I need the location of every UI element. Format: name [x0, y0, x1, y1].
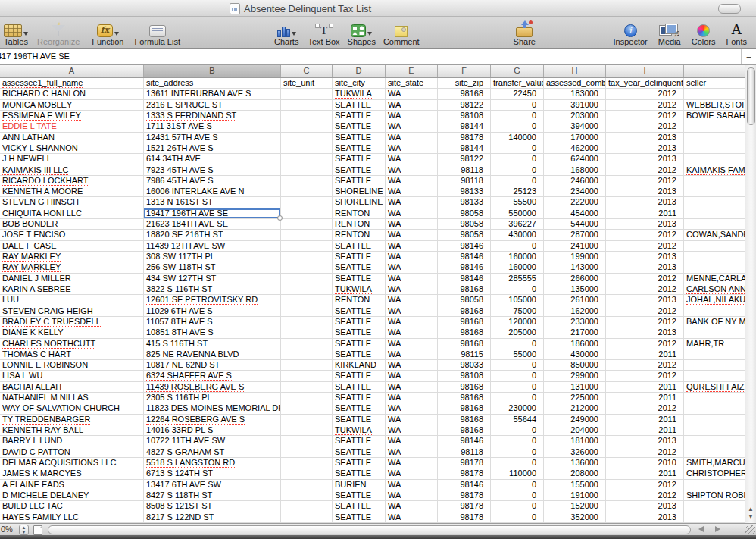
- cell[interactable]: 98178: [438, 490, 491, 500]
- cell[interactable]: WA: [386, 186, 438, 196]
- cell[interactable]: BOB BONDER: [0, 219, 144, 229]
- cell[interactable]: WA: [386, 89, 438, 99]
- cell[interactable]: 7986 45TH AVE S: [144, 176, 281, 186]
- cell[interactable]: 75000: [491, 306, 544, 316]
- tables-button[interactable]: Tables: [4, 18, 28, 47]
- cell[interactable]: 16006 INTERLAKE AVE N: [144, 186, 281, 196]
- cell[interactable]: 55000: [491, 349, 544, 359]
- cell[interactable]: 0: [491, 382, 544, 392]
- cell[interactable]: 98168: [438, 284, 491, 294]
- cell[interactable]: 0: [491, 176, 544, 186]
- cell[interactable]: tax_year_delinquent: [606, 78, 684, 88]
- selection-fill-handle[interactable]: [277, 215, 283, 221]
- cell[interactable]: 2012: [606, 490, 684, 500]
- cell[interactable]: [281, 100, 333, 110]
- cell[interactable]: BACHAI ALLAH: [0, 382, 144, 392]
- cell[interactable]: [281, 425, 333, 435]
- cell[interactable]: 2012: [606, 176, 684, 186]
- column-header-C[interactable]: C: [281, 65, 333, 77]
- cell[interactable]: DALE F CASE: [0, 241, 144, 251]
- cell[interactable]: 98146: [438, 252, 491, 262]
- cell[interactable]: 2013: [606, 154, 684, 164]
- cell[interactable]: [281, 284, 333, 294]
- cell[interactable]: 308 SW 117TH PL: [144, 252, 281, 262]
- cell[interactable]: WA: [386, 284, 438, 294]
- cell[interactable]: 160000: [491, 262, 544, 272]
- cell[interactable]: 434 SW 127TH ST: [144, 274, 281, 284]
- cell[interactable]: 1313 N 161ST ST: [144, 197, 281, 207]
- cell[interactable]: RAY MARKLEY: [0, 252, 144, 262]
- column-header-D[interactable]: D: [333, 65, 386, 77]
- cell[interactable]: 98178: [438, 133, 491, 143]
- cell[interactable]: TUKWILA: [333, 425, 386, 435]
- cell[interactable]: 256 SW 118TH ST: [144, 262, 281, 272]
- cell[interactable]: 98168: [438, 403, 491, 413]
- cell[interactable]: 352000: [544, 512, 606, 522]
- cell[interactable]: 13611 INTERURBAN AVE S: [144, 89, 281, 99]
- cell[interactable]: 2011: [606, 393, 684, 403]
- cell[interactable]: 10817 NE 62ND ST: [144, 360, 281, 370]
- cell[interactable]: RICARDO LOCKHART: [0, 176, 144, 186]
- cell[interactable]: RICHARD C HANLON: [0, 89, 144, 99]
- cell[interactable]: 1521 26TH AVE S: [144, 143, 281, 153]
- cell[interactable]: WA: [386, 415, 438, 425]
- cell[interactable]: WA: [386, 458, 438, 468]
- cell[interactable]: [281, 436, 333, 446]
- scroll-down-arrow-icon[interactable]: ▼: [748, 513, 754, 520]
- cell[interactable]: WA: [386, 121, 438, 131]
- cell[interactable]: 2011: [606, 415, 684, 425]
- cell[interactable]: 98118: [438, 176, 491, 186]
- cell[interactable]: 143000: [544, 262, 606, 272]
- cell[interactable]: RAY MARKLEY: [0, 262, 144, 272]
- column-header-H[interactable]: H: [544, 65, 606, 77]
- cell[interactable]: 98168: [438, 89, 491, 99]
- cell[interactable]: 2012: [606, 403, 684, 413]
- cell[interactable]: 105000: [491, 295, 544, 305]
- title-bar[interactable]: Absentee Delinquent Tax List: [0, 0, 756, 17]
- cell[interactable]: 98122: [438, 100, 491, 110]
- cell[interactable]: 2012: [606, 241, 684, 251]
- cell[interactable]: WA: [386, 382, 438, 392]
- cell[interactable]: 131000: [544, 382, 606, 392]
- cell[interactable]: 0: [491, 501, 544, 511]
- cell[interactable]: 550000: [491, 208, 544, 218]
- formula-list-button[interactable]: Formula List: [134, 18, 180, 47]
- cell[interactable]: WA: [386, 262, 438, 272]
- cell[interactable]: 98118: [438, 447, 491, 457]
- cell[interactable]: SEATTLE: [333, 490, 386, 500]
- cell[interactable]: 266000: [544, 274, 606, 284]
- cell[interactable]: 98108: [438, 111, 491, 121]
- cell[interactable]: 135000: [544, 284, 606, 294]
- cell[interactable]: 98058: [438, 219, 491, 229]
- column-header-I[interactable]: I: [606, 65, 684, 77]
- cell[interactable]: assessee1_full_name: [0, 78, 144, 88]
- cell[interactable]: [281, 490, 333, 500]
- cell[interactable]: SHORELINE: [333, 197, 386, 207]
- cell[interactable]: SEATTLE: [333, 501, 386, 511]
- cell[interactable]: 110000: [491, 468, 544, 478]
- cell[interactable]: TUKWILA: [333, 89, 386, 99]
- cell[interactable]: 168000: [544, 165, 606, 175]
- cell[interactable]: 0: [491, 165, 544, 175]
- cell[interactable]: 160000: [491, 252, 544, 262]
- cell[interactable]: 249000: [544, 415, 606, 425]
- cell[interactable]: SEATTLE: [333, 371, 386, 381]
- selected-cell[interactable]: 19417 196TH AVE SE: [144, 208, 281, 218]
- cell[interactable]: 98146: [438, 436, 491, 446]
- cell[interactable]: 5518 S LANGSTON RD: [144, 458, 281, 468]
- cell[interactable]: 11057 8TH AVE S: [144, 317, 281, 327]
- cell[interactable]: LUU: [0, 295, 144, 305]
- cell[interactable]: 205000: [491, 327, 544, 337]
- cell[interactable]: 2012: [606, 284, 684, 294]
- cell[interactable]: SEATTLE: [333, 111, 386, 121]
- cell[interactable]: 2012: [606, 339, 684, 349]
- cell[interactable]: J H NEWELL: [0, 154, 144, 164]
- cell[interactable]: WA: [386, 111, 438, 121]
- cell[interactable]: WA: [386, 176, 438, 186]
- cell[interactable]: 98168: [438, 306, 491, 316]
- cell[interactable]: [281, 512, 333, 522]
- cell[interactable]: [281, 89, 333, 99]
- cell[interactable]: 2013: [606, 197, 684, 207]
- cell[interactable]: 0: [491, 360, 544, 370]
- cell[interactable]: WA: [386, 436, 438, 446]
